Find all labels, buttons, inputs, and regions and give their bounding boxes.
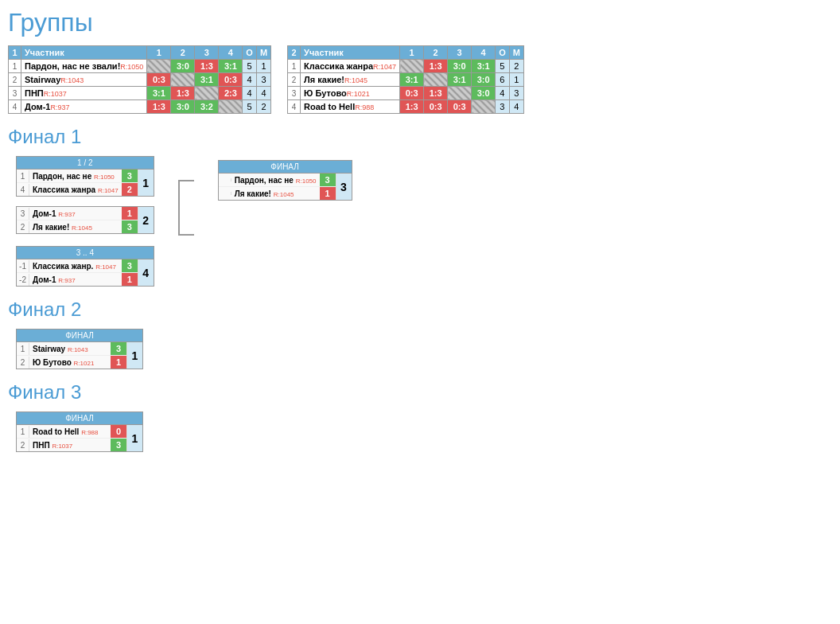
bracket-score: 3 <box>122 259 138 272</box>
bracket-row: 1Road to Hell R:9880 <box>17 425 126 439</box>
bracket-pos: 4 <box>17 184 29 196</box>
bracket-score: 2 <box>122 183 138 196</box>
group2-table: 2 Участник 1 2 3 4 О М 1Классика жанраR:… <box>287 45 524 114</box>
group1-participant-header: Участник <box>21 46 147 60</box>
participant-name: Stairway <box>25 75 60 84</box>
score-cell-4 <box>472 100 496 114</box>
bracket-row: Ля какие! R:10451 <box>219 187 336 200</box>
final1-semi2: 3Дом-1 R:93712Ля какие! R:104532 <box>16 206 154 234</box>
participant-rating: R:1050 <box>120 63 143 71</box>
participant-rating: R:988 <box>355 103 374 111</box>
group2-col1: 1 <box>400 46 424 60</box>
final1-title: Финал 1 <box>8 126 832 148</box>
bracket-score: 1 <box>122 207 138 220</box>
bracket-name: Road to Hell R:988 <box>29 426 111 438</box>
bracket-score: 1 <box>111 356 126 369</box>
bracket-wrapper: Пардон, нас не R:10503Ля какие! R:104513 <box>219 174 352 200</box>
final2-section: Финал 2 ФИНАЛ 1Stairway R:104332Ю Бутово… <box>8 298 832 369</box>
bracket-player-rating: R:1037 <box>52 443 72 450</box>
group2-num: 2 <box>288 46 301 60</box>
bracket-row: -2Дом-1 R:9371 <box>17 273 138 286</box>
bracket-rows: 1Stairway R:104332Ю Бутово R:10211 <box>17 342 126 369</box>
bracket-name: Ля какие! R:1045 <box>231 188 320 200</box>
score-cell-4: 2:3 <box>219 87 243 100</box>
final1-semi1: 1 / 2 1Пардон, нас не R:105034Классика ж… <box>16 156 154 197</box>
bracket-name: Пардон, нас не R:1050 <box>231 174 320 186</box>
o-cell: 5 <box>496 60 510 73</box>
bracket-player-name: Ля какие! <box>33 223 69 232</box>
participant-rating: R:937 <box>50 103 69 111</box>
bracket-player-rating: R:1021 <box>74 360 95 367</box>
bracket-player-name: Stairway <box>33 345 65 353</box>
final1-section: Финал 1 1 / 2 1Пардон, нас не R:105034Кл… <box>8 126 832 287</box>
score-cell-2 <box>424 73 448 87</box>
score-cell-1 <box>400 60 424 73</box>
bracket-player-name: Дом-1 <box>33 275 56 284</box>
score-cell-2 <box>171 73 195 87</box>
group1-col-m: М <box>256 46 270 60</box>
connector-top <box>178 180 194 236</box>
bracket-result: 4 <box>138 259 154 286</box>
bracket-result: 2 <box>138 207 154 233</box>
participant-name: Пардон, нас не звали! <box>25 61 120 71</box>
final2-final-header: ФИНАЛ <box>17 330 142 342</box>
group1-num: 1 <box>9 46 21 60</box>
score-cell-1: 1:3 <box>400 100 424 114</box>
bracket-rows: 1Road to Hell R:98802ПНП R:10373 <box>17 425 126 451</box>
bracket-row: 1Stairway R:10433 <box>17 342 126 356</box>
bracket-wrapper: -1Классика жанр. R:10473-2Дом-1 R:93714 <box>17 259 154 286</box>
bracket-player-rating: R:1043 <box>68 346 88 353</box>
bracket-result: 1 <box>138 170 154 196</box>
bracket-pos: 3 <box>17 208 29 220</box>
score-cell-1: 0:3 <box>400 87 424 100</box>
row-num: 4 <box>9 100 21 114</box>
row-num: 1 <box>288 60 301 73</box>
score-cell-2: 0:3 <box>424 100 448 114</box>
bracket-row: 1Пардон, нас не R:10503 <box>17 170 138 183</box>
bracket-wrapper: 3Дом-1 R:93712Ля какие! R:104532 <box>17 207 154 233</box>
participant-cell: StairwayR:1043 <box>21 73 147 87</box>
participant-name: Классика жанра <box>304 61 373 71</box>
score-cell-4: 3:0 <box>472 73 496 87</box>
participant-cell: Road to HellR:988 <box>301 100 400 114</box>
score-cell-2: 1:3 <box>171 87 195 100</box>
bracket-wrapper: 1Stairway R:104332Ю Бутово R:102111 <box>17 342 142 369</box>
participant-cell: Ля какие!R:1045 <box>301 73 400 87</box>
final3-final: ФИНАЛ 1Road to Hell R:98802ПНП R:103731 <box>16 411 143 452</box>
o-cell: 6 <box>496 73 510 87</box>
page-title: Группы <box>8 8 832 37</box>
bracket-player-name: Классика жанр. <box>33 262 93 271</box>
bracket-row: 2Ю Бутово R:10211 <box>17 356 126 369</box>
bracket-pos: 1 <box>17 426 29 438</box>
bracket-player-rating: R:937 <box>58 277 75 284</box>
participant-cell: Пардон, нас не звали!R:1050 <box>21 60 147 73</box>
bracket-player-rating: R:1045 <box>72 224 92 232</box>
o-cell: 5 <box>243 100 257 114</box>
participant-rating: R:1043 <box>60 76 84 84</box>
bracket-wrapper: 1Пардон, нас не R:105034Классика жанра R… <box>17 170 154 196</box>
score-cell-4: 3:0 <box>472 87 496 100</box>
bracket-name: Ля какие! R:1045 <box>29 221 122 233</box>
participant-rating: R:1037 <box>44 90 67 98</box>
score-cell-4: 3:1 <box>472 60 496 73</box>
participant-rating: R:1045 <box>344 76 368 84</box>
m-cell: 1 <box>256 60 270 73</box>
score-cell-1: 3:1 <box>147 87 171 100</box>
row-num: 3 <box>9 87 21 100</box>
score-cell-4 <box>219 100 243 114</box>
score-cell-2: 3:0 <box>171 100 195 114</box>
bracket-rows: Пардон, нас не R:10503Ля какие! R:10451 <box>219 174 336 200</box>
bracket-score: 3 <box>111 439 126 451</box>
row-num: 2 <box>288 73 301 87</box>
participant-name: Ю Бутово <box>304 88 347 98</box>
participant-cell: Ю БутовоR:1021 <box>301 87 400 100</box>
final2-title: Финал 2 <box>8 298 832 321</box>
final1-semi1-header: 1 / 2 <box>17 157 154 170</box>
bracket-player-name: Ля какие! <box>235 189 271 198</box>
final1-final-header: ФИНАЛ <box>219 161 352 174</box>
final1-third-box: 3 .. 4 -1Классика жанр. R:10473-2Дом-1 R… <box>16 246 154 287</box>
bracket-score: 3 <box>122 220 138 233</box>
bracket-row: 4Классика жанра R:10472 <box>17 183 138 196</box>
row-num: 3 <box>288 87 301 100</box>
score-cell-3: 3:1 <box>448 73 472 87</box>
